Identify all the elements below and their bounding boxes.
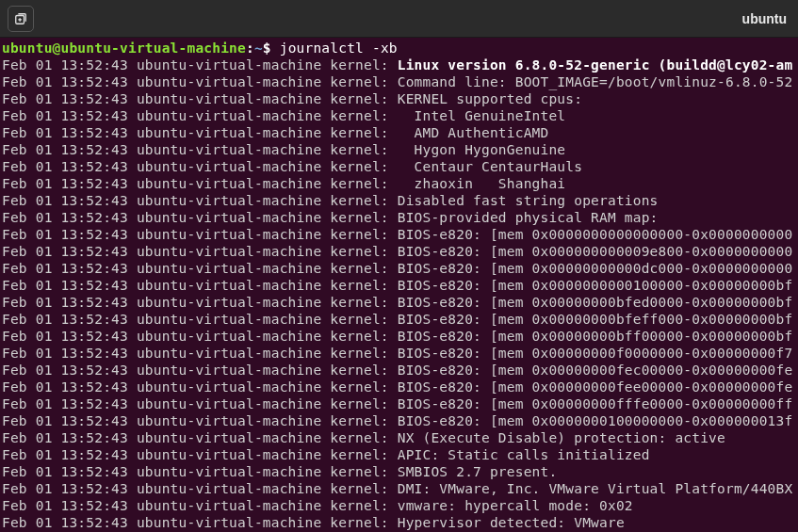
log-prefix: Feb 01 13:52:43 ubuntu-virtual-machine k…	[2, 244, 398, 259]
log-prefix: Feb 01 13:52:43 ubuntu-virtual-machine k…	[2, 430, 398, 445]
window-title: ubuntu	[742, 10, 790, 27]
log-line: Feb 01 13:52:43 ubuntu-virtual-machine k…	[2, 328, 796, 345]
prompt-command: journalctl -xb	[280, 40, 398, 56]
log-message: SMBIOS 2.7 present.	[398, 464, 558, 479]
log-message: Intel GenuineIntel	[398, 108, 566, 123]
log-message: BIOS-e820: [mem 0x00000000bff00000-0x000…	[398, 329, 793, 344]
log-message: BIOS-e820: [mem 0x00000000fffe0000-0x000…	[398, 396, 793, 411]
log-message: BIOS-e820: [mem 0x00000000000dc000-0x000…	[398, 261, 793, 276]
titlebar-left	[8, 6, 34, 32]
prompt-user-host: ubuntu@ubuntu-virtual-machine	[2, 40, 246, 56]
log-message: AMD AuthenticAMD	[398, 125, 549, 140]
log-prefix: Feb 01 13:52:43 ubuntu-virtual-machine k…	[2, 74, 398, 89]
log-line: Feb 01 13:52:43 ubuntu-virtual-machine k…	[2, 463, 796, 480]
log-prefix: Feb 01 13:52:43 ubuntu-virtual-machine k…	[2, 396, 398, 411]
log-output: Feb 01 13:52:43 ubuntu-virtual-machine k…	[2, 56, 796, 531]
log-line: Feb 01 13:52:43 ubuntu-virtual-machine k…	[2, 90, 796, 107]
log-prefix: Feb 01 13:52:43 ubuntu-virtual-machine k…	[2, 125, 398, 140]
log-prefix: Feb 01 13:52:43 ubuntu-virtual-machine k…	[2, 498, 398, 513]
log-prefix: Feb 01 13:52:43 ubuntu-virtual-machine k…	[2, 363, 398, 378]
log-prefix: Feb 01 13:52:43 ubuntu-virtual-machine k…	[2, 278, 398, 293]
log-line: Feb 01 13:52:43 ubuntu-virtual-machine k…	[2, 260, 796, 277]
log-line: Feb 01 13:52:43 ubuntu-virtual-machine k…	[2, 175, 796, 192]
log-line: Feb 01 13:52:43 ubuntu-virtual-machine k…	[2, 480, 796, 497]
log-message: BIOS-e820: [mem 0x00000000f0000000-0x000…	[398, 346, 793, 361]
log-message: DMI: VMware, Inc. VMware Virtual Platfor…	[398, 481, 793, 496]
log-message: Hypervisor detected: VMware	[398, 515, 625, 530]
log-line: Feb 01 13:52:43 ubuntu-virtual-machine k…	[2, 345, 796, 362]
log-prefix: Feb 01 13:52:43 ubuntu-virtual-machine k…	[2, 295, 398, 310]
log-line: Feb 01 13:52:43 ubuntu-virtual-machine k…	[2, 124, 796, 141]
log-message: APIC: Static calls initialized	[398, 447, 650, 462]
titlebar: ubuntu	[0, 0, 798, 38]
log-prefix: Feb 01 13:52:43 ubuntu-virtual-machine k…	[2, 176, 398, 191]
log-prefix: Feb 01 13:52:43 ubuntu-virtual-machine k…	[2, 329, 398, 344]
log-message: BIOS-e820: [mem 0x00000000fee00000-0x000…	[398, 379, 793, 395]
log-message: Disabled fast string operations	[398, 193, 659, 208]
log-line: Feb 01 13:52:43 ubuntu-virtual-machine k…	[2, 192, 796, 209]
log-line: Feb 01 13:52:43 ubuntu-virtual-machine k…	[2, 429, 796, 446]
log-prefix: Feb 01 13:52:43 ubuntu-virtual-machine k…	[2, 481, 398, 496]
log-prefix: Feb 01 13:52:43 ubuntu-virtual-machine k…	[2, 57, 398, 73]
log-prefix: Feb 01 13:52:43 ubuntu-virtual-machine k…	[2, 413, 398, 428]
log-line: Feb 01 13:52:43 ubuntu-virtual-machine k…	[2, 107, 796, 124]
log-message: BIOS-provided physical RAM map:	[398, 210, 659, 225]
log-line: Feb 01 13:52:43 ubuntu-virtual-machine k…	[2, 497, 796, 514]
log-message: Centaur CentaurHauls	[398, 159, 582, 174]
log-line: Feb 01 13:52:43 ubuntu-virtual-machine k…	[2, 446, 796, 463]
log-line: Feb 01 13:52:43 ubuntu-virtual-machine k…	[2, 158, 796, 175]
terminal-viewport[interactable]: ubuntu@ubuntu-virtual-machine:~$ journal…	[0, 38, 798, 532]
log-prefix: Feb 01 13:52:43 ubuntu-virtual-machine k…	[2, 159, 398, 174]
log-line: Feb 01 13:52:43 ubuntu-virtual-machine k…	[2, 379, 796, 395]
prompt-dollar: $	[263, 40, 280, 56]
log-line: Feb 01 13:52:43 ubuntu-virtual-machine k…	[2, 294, 796, 311]
new-tab-button[interactable]	[8, 6, 34, 32]
log-line: Feb 01 13:52:43 ubuntu-virtual-machine k…	[2, 226, 796, 243]
log-message: BIOS-e820: [mem 0x0000000000000000-0x000…	[398, 227, 793, 242]
log-prefix: Feb 01 13:52:43 ubuntu-virtual-machine k…	[2, 447, 398, 462]
log-prefix: Feb 01 13:52:43 ubuntu-virtual-machine k…	[2, 312, 398, 327]
log-prefix: Feb 01 13:52:43 ubuntu-virtual-machine k…	[2, 346, 398, 361]
log-prefix: Feb 01 13:52:43 ubuntu-virtual-machine k…	[2, 91, 398, 106]
log-message: Command line: BOOT_IMAGE=/boot/vmlinuz-6…	[398, 74, 793, 89]
prompt-colon: :	[246, 40, 254, 56]
log-line: Feb 01 13:52:43 ubuntu-virtual-machine k…	[2, 56, 796, 73]
log-prefix: Feb 01 13:52:43 ubuntu-virtual-machine k…	[2, 227, 398, 242]
log-prefix: Feb 01 13:52:43 ubuntu-virtual-machine k…	[2, 210, 398, 225]
log-line: Feb 01 13:52:43 ubuntu-virtual-machine k…	[2, 311, 796, 328]
log-line: Feb 01 13:52:43 ubuntu-virtual-machine k…	[2, 243, 796, 260]
log-message: BIOS-e820: [mem 0x00000000bfeff000-0x000…	[398, 312, 793, 327]
log-message: KERNEL supported cpus:	[398, 91, 582, 106]
log-prefix: Feb 01 13:52:43 ubuntu-virtual-machine k…	[2, 108, 398, 123]
log-message: BIOS-e820: [mem 0x0000000100000000-0x000…	[398, 413, 793, 428]
log-message: vmware: hypercall mode: 0x02	[398, 498, 633, 513]
log-prefix: Feb 01 13:52:43 ubuntu-virtual-machine k…	[2, 261, 398, 276]
log-line: Feb 01 13:52:43 ubuntu-virtual-machine k…	[2, 141, 796, 158]
log-message: Linux version 6.8.0-52-generic (buildd@l…	[398, 57, 793, 73]
log-message: NX (Execute Disable) protection: active	[398, 430, 725, 445]
log-line: Feb 01 13:52:43 ubuntu-virtual-machine k…	[2, 362, 796, 379]
log-line: Feb 01 13:52:43 ubuntu-virtual-machine k…	[2, 73, 796, 90]
log-message: BIOS-e820: [mem 0x00000000bfed0000-0x000…	[398, 295, 793, 310]
prompt-path: ~	[254, 40, 263, 56]
log-message: BIOS-e820: [mem 0x000000000009e800-0x000…	[398, 244, 793, 259]
log-message: BIOS-e820: [mem 0x00000000fec00000-0x000…	[398, 363, 793, 378]
log-line: Feb 01 13:52:43 ubuntu-virtual-machine k…	[2, 209, 796, 226]
log-message: Hygon HygonGenuine	[398, 142, 566, 157]
log-line: Feb 01 13:52:43 ubuntu-virtual-machine k…	[2, 412, 796, 429]
prompt-line: ubuntu@ubuntu-virtual-machine:~$ journal…	[2, 40, 796, 56]
log-prefix: Feb 01 13:52:43 ubuntu-virtual-machine k…	[2, 379, 398, 395]
log-prefix: Feb 01 13:52:43 ubuntu-virtual-machine k…	[2, 193, 398, 208]
log-line: Feb 01 13:52:43 ubuntu-virtual-machine k…	[2, 514, 796, 531]
log-prefix: Feb 01 13:52:43 ubuntu-virtual-machine k…	[2, 464, 398, 479]
log-line: Feb 01 13:52:43 ubuntu-virtual-machine k…	[2, 395, 796, 412]
log-message: BIOS-e820: [mem 0x0000000000100000-0x000…	[398, 278, 793, 293]
log-prefix: Feb 01 13:52:43 ubuntu-virtual-machine k…	[2, 515, 398, 530]
log-message: zhaoxin Shanghai	[398, 176, 566, 191]
new-tab-icon	[14, 12, 27, 25]
log-prefix: Feb 01 13:52:43 ubuntu-virtual-machine k…	[2, 142, 398, 157]
log-line: Feb 01 13:52:43 ubuntu-virtual-machine k…	[2, 277, 796, 294]
